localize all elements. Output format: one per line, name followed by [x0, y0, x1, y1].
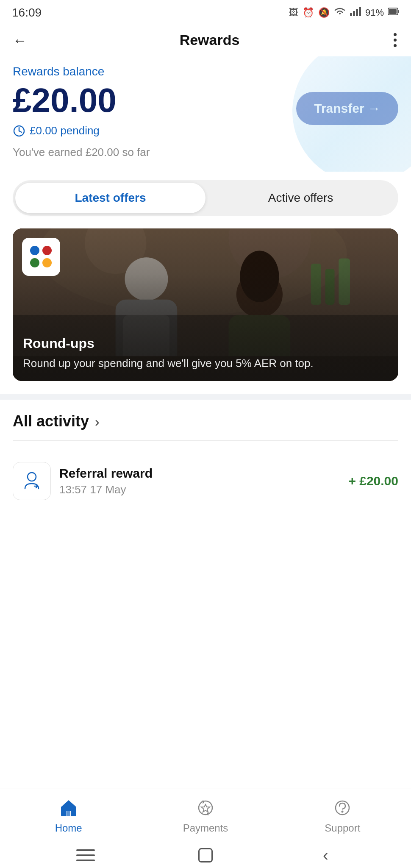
activity-item-referral[interactable]: Referral reward 13:57 17 May + £20.00 [0, 449, 411, 513]
activity-section: All activity › [0, 400, 411, 449]
nav-item-payments[interactable]: Payments [137, 797, 274, 834]
payments-icon [194, 797, 217, 819]
recents-icon [76, 849, 95, 861]
activity-header[interactable]: All activity › [13, 412, 398, 430]
referral-icon [21, 470, 43, 492]
activity-item-name: Referral reward [59, 466, 340, 481]
page-title: Rewards [180, 32, 240, 48]
earned-text: You've earned £20.00 so far [13, 146, 296, 159]
activity-chevron-icon: › [95, 414, 100, 430]
dot3 [394, 44, 397, 47]
tabs-row: Latest offers Active offers [13, 180, 398, 216]
offers-section: Round-ups Round up your spending and we'… [0, 224, 411, 394]
status-time: 16:09 [12, 6, 42, 19]
deco-circle [292, 56, 411, 172]
support-icon [331, 797, 353, 819]
svg-point-28 [199, 801, 212, 815]
svg-line-9 [19, 131, 22, 132]
logo-dot-green [30, 258, 39, 267]
tab-active-offers-label: Active offers [268, 191, 333, 204]
balance-section: Rewards balance £20.00 £0.00 pending You… [0, 56, 411, 172]
home-icon [58, 797, 80, 819]
section-divider [0, 394, 411, 400]
tab-latest-offers[interactable]: Latest offers [15, 183, 206, 213]
signal-icon [350, 7, 361, 19]
nav-home-label: Home [55, 822, 82, 834]
tabs-container: Latest offers Active offers [0, 172, 411, 224]
battery-text: 91% [365, 7, 384, 18]
svg-rect-5 [398, 10, 399, 13]
wifi-icon [334, 7, 346, 19]
status-bar: 16:09 🖼 ⏰ 🔕 91% [0, 0, 411, 24]
balance-amount: £20.00 [13, 83, 296, 117]
svg-rect-27 [67, 811, 70, 816]
svg-point-25 [28, 473, 36, 481]
svg-rect-3 [359, 7, 361, 16]
bottom-nav: Home Payments Support [0, 788, 411, 843]
activity-icon-wrap [13, 462, 51, 500]
activity-item-time: 13:57 17 May [59, 483, 340, 496]
gesture-home-button[interactable] [195, 845, 216, 866]
svg-rect-2 [356, 9, 358, 16]
activity-info: Referral reward 13:57 17 May [59, 466, 340, 496]
logo-dot-red [42, 246, 52, 255]
top-nav: ← Rewards [0, 24, 411, 56]
offer-card-logo [22, 238, 60, 276]
svg-rect-6 [389, 9, 397, 14]
activity-divider [13, 440, 398, 441]
nav-item-home[interactable]: Home [0, 797, 137, 834]
nav-payments-label: Payments [183, 822, 228, 834]
nav-item-support[interactable]: Support [274, 797, 411, 834]
logo-dot-yellow [42, 258, 52, 267]
more-options-button[interactable] [392, 31, 398, 49]
alarm-icon: ⏰ [303, 7, 314, 18]
gesture-back-button[interactable]: ‹ [315, 845, 336, 866]
sd-icon: 🖼 [289, 7, 298, 18]
logo-dots [30, 246, 52, 268]
dot2 [394, 39, 397, 42]
offer-card[interactable]: Round-ups Round up your spending and we'… [13, 228, 398, 381]
offer-description: Round up your spending and we'll give yo… [23, 356, 388, 371]
offer-card-content: Round-ups Round up your spending and we'… [13, 326, 398, 381]
svg-point-30 [342, 811, 344, 813]
status-icons: 🖼 ⏰ 🔕 91% [289, 7, 399, 19]
activity-title: All activity [13, 412, 89, 430]
svg-rect-1 [353, 11, 355, 16]
mute-icon: 🔕 [318, 7, 330, 18]
gesture-recents-button[interactable] [75, 845, 96, 866]
gesture-bar: ‹ [0, 843, 411, 868]
nav-support-label: Support [325, 822, 360, 834]
pending-row: £0.00 pending [13, 124, 296, 137]
home-square-icon [198, 848, 213, 862]
dot1 [394, 33, 397, 36]
tab-active-offers[interactable]: Active offers [206, 183, 396, 213]
offer-title: Round-ups [23, 336, 388, 351]
battery-icon [388, 7, 399, 18]
logo-dot-blue [30, 246, 39, 255]
pending-text: £0.00 pending [30, 124, 100, 137]
back-button[interactable]: ← [13, 33, 27, 47]
back-chevron-icon: ‹ [323, 847, 328, 863]
tab-latest-offers-label: Latest offers [75, 191, 146, 204]
clock-icon [13, 125, 25, 137]
svg-rect-0 [350, 13, 352, 16]
activity-item-amount: + £20.00 [348, 474, 398, 488]
